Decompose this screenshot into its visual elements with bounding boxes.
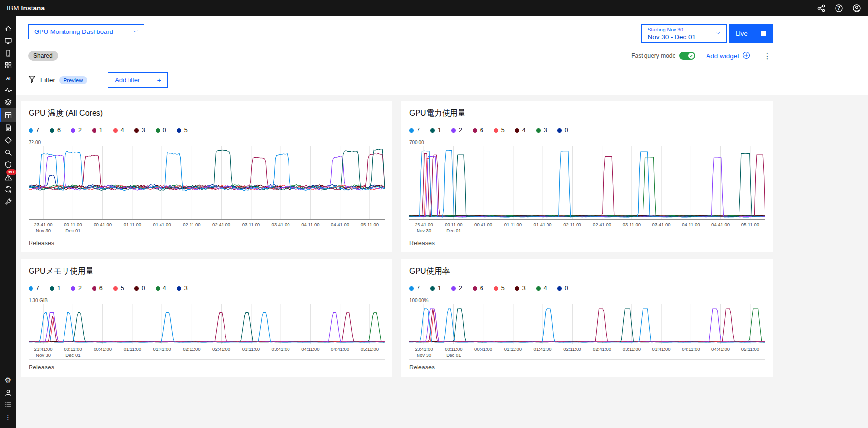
sidebar-item-user-management[interactable] [0,386,16,398]
x-tick-label: 00:11:00 [445,346,462,352]
add-widget-button[interactable]: Add widget [706,51,750,61]
dashboard-header: GPU Monitoring Dashboard Starting Nov 30… [16,16,868,95]
legend-dot [134,128,139,133]
fast-query-toggle[interactable] [679,52,695,60]
legend-item-7[interactable]: 7 [409,285,420,292]
legend-item-1[interactable]: 1 [430,127,441,134]
chart-title: GPU 温度 (All Cores) [29,108,385,119]
sync-icon [4,185,12,193]
sidebar-item-services[interactable] [0,84,16,96]
gear-icon: ⚙ [5,376,11,384]
chart-canvas[interactable]: 23:41:00Nov 3000:11:00Dec 0100:41:0001:1… [409,146,765,235]
legend-item-5[interactable]: 5 [494,127,505,134]
legend-item-3[interactable]: 3 [177,285,188,292]
x-tick-label: 01:41:00 [534,222,552,227]
sidebar-item-custom-dashboards[interactable] [0,108,16,122]
legend-item-4[interactable]: 4 [156,285,166,292]
legend-item-4[interactable]: 4 [515,127,526,134]
legend-item-4[interactable]: 4 [536,285,547,292]
releases-section[interactable]: Releases [29,235,385,252]
legend-label: 6 [480,127,483,134]
share-icon[interactable] [814,1,829,16]
releases-section[interactable]: Releases [29,359,385,377]
legend-item-5[interactable]: 5 [177,127,188,134]
chart-canvas[interactable]: 23:41:00Nov 3000:11:00Dec 0100:41:0001:1… [409,304,765,359]
legend-item-7[interactable]: 7 [29,285,39,292]
live-button[interactable]: Live [729,24,773,43]
legend-item-3[interactable]: 3 [134,127,145,134]
profile-icon[interactable] [849,1,864,16]
x-tick-label: 02:11:00 [563,222,581,227]
legend-item-2[interactable]: 2 [71,285,82,292]
sidebar-item-synthetic-monitoring[interactable] [0,183,16,195]
sidebar-item-automation[interactable] [0,195,16,208]
x-tick-label: 01:41:00 [534,346,552,352]
x-tick-sublabel: Dec 01 [446,352,461,358]
series-line-2 [409,156,765,217]
legend-item-6[interactable]: 6 [473,127,483,134]
releases-section[interactable]: Releases [409,359,765,377]
dashboard-selector[interactable]: GPU Monitoring Dashboard [28,24,144,39]
releases-section[interactable]: Releases [409,235,765,252]
legend-label: 2 [78,285,82,292]
legend-item-5[interactable]: 5 [113,285,124,292]
legend-item-2[interactable]: 2 [71,127,82,134]
legend-item-1[interactable]: 1 [430,285,441,292]
plus-icon: + [157,76,161,84]
chart-title: GPUメモリ使用量 [29,266,385,276]
legend-item-3[interactable]: 3 [515,285,526,292]
legend-dot [515,286,519,291]
legend-label: 4 [121,127,124,134]
sidebar-item-events[interactable]: 99+ [0,171,16,183]
sidebar-item-security[interactable] [0,158,16,171]
sidebar-item-applications[interactable] [0,59,16,71]
sidebar-item-websites[interactable] [0,34,16,47]
sidebar-item-reports[interactable] [0,122,16,134]
legend-item-4[interactable]: 4 [113,127,124,134]
legend-dot [134,286,139,291]
sidebar-item-documentation[interactable] [0,398,16,411]
x-tick-sublabel: Nov 30 [417,228,431,233]
legend-item-0[interactable]: 0 [134,285,145,292]
chart-title: GPU使用率 [409,266,765,276]
overflow-menu-button[interactable]: ⋮ [761,50,773,61]
sidebar-item-more[interactable]: ⋮ [0,411,16,423]
time-range-picker[interactable]: Starting Nov 30 Nov 30 - Dec 01 [641,24,727,43]
help-icon[interactable]: ? [832,1,846,16]
chart-canvas[interactable]: 23:41:00Nov 3000:11:00Dec 0100:41:0001:1… [29,146,385,235]
sidebar-item-deployments[interactable] [0,134,16,146]
brand-company: IBM [7,4,19,12]
legend-item-5[interactable]: 5 [494,285,505,292]
x-tick-sublabel: Dec 01 [446,228,461,233]
chart-canvas[interactable]: 23:41:00Nov 3000:11:00Dec 0100:41:0001:1… [29,304,385,359]
legend-label: 1 [99,127,103,134]
legend-item-3[interactable]: 3 [536,127,547,134]
legend-label: 4 [522,127,526,134]
legend-label: 0 [142,285,145,292]
legend-item-6[interactable]: 6 [473,285,483,292]
legend-item-0[interactable]: 0 [557,127,568,134]
sidebar-item-mobile-apps[interactable] [0,47,16,59]
legend-item-0[interactable]: 0 [557,285,568,292]
legend-item-1[interactable]: 1 [50,285,61,292]
legend-label: 0 [565,127,568,134]
sidebar-item-infrastructure[interactable] [0,96,16,108]
dashboard-selector-label: GPU Monitoring Dashboard [34,28,113,35]
sidebar-item-settings[interactable]: ⚙ [0,374,16,386]
legend-item-0[interactable]: 0 [156,127,166,134]
legend-item-6[interactable]: 6 [92,285,103,292]
legend-label: 0 [565,285,568,292]
legend-item-2[interactable]: 2 [451,285,462,292]
sidebar-item-home[interactable] [0,22,16,34]
legend-dot [71,128,75,133]
x-tick-label: 01:11:00 [124,346,141,352]
legend-item-2[interactable]: 2 [451,127,462,134]
legend-label: 6 [99,285,103,292]
legend-item-1[interactable]: 1 [92,127,103,134]
sidebar-item-analytics[interactable] [0,146,16,158]
legend-item-7[interactable]: 7 [29,127,39,134]
legend-item-6[interactable]: 6 [50,127,61,134]
sidebar-item-ai-insights[interactable]: AI [0,71,16,84]
legend-item-7[interactable]: 7 [409,127,420,134]
add-filter-button[interactable]: Add filter + [108,72,168,88]
